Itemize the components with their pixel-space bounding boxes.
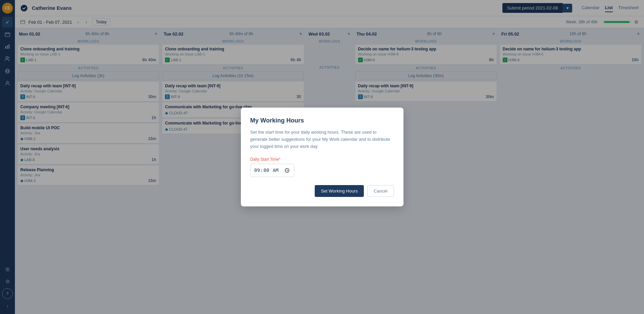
modal-actions: Set Working Hours Cancel bbox=[250, 185, 394, 197]
modal-title: My Working Hours bbox=[250, 117, 394, 124]
daily-start-time-input[interactable] bbox=[250, 164, 294, 177]
set-working-hours-button[interactable]: Set Working Hours bbox=[315, 185, 364, 197]
modal-overlay: My Working Hours Set the start time for … bbox=[0, 0, 644, 314]
modal-description: Set the start time for your daily workin… bbox=[250, 129, 394, 150]
working-hours-modal: My Working Hours Set the start time for … bbox=[241, 108, 403, 206]
cancel-button[interactable]: Cancel bbox=[367, 185, 394, 197]
modal-field-label: Daily Start Time* bbox=[250, 157, 394, 162]
